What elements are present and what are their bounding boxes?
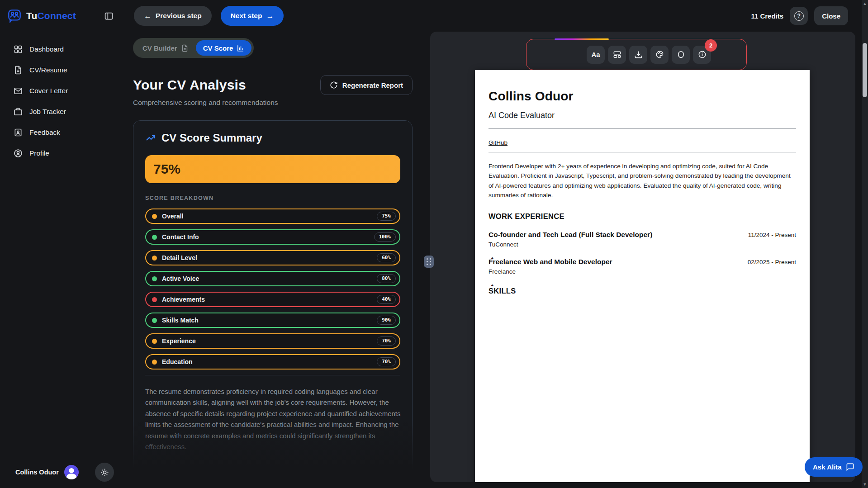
tab-cv-score[interactable]: CV Score [196,40,252,56]
sidebar-item-label: Job Tracker [29,108,66,116]
resume-role: AI Code Evaluator [489,111,796,120]
scroll-up-icon[interactable]: ▲ [862,1,868,6]
overall-score-value: 75% [145,161,180,177]
document-toolbar: Aa [526,39,747,70]
score-badge: 70% [377,357,396,366]
download-button[interactable] [629,46,647,64]
score-dot-icon [152,235,157,240]
score-dot-icon [152,214,157,219]
ask-alita-button[interactable]: Ask Alita [805,457,863,477]
score-label: Experience [162,337,196,345]
bar-chart-icon [237,44,244,52]
job-list: Co-founder and Tech Lead (Full Stack Dev… [489,231,796,275]
score-row: Active Voice 80% [145,271,400,286]
sidebar-item-dashboard[interactable]: Dashboard [0,39,119,60]
theme-toggle-button[interactable] [95,463,114,482]
help-button[interactable]: ? [790,7,808,25]
analysis-panel: CV Builder CV Score Your C [119,32,427,488]
sidebar-collapse-button[interactable] [104,11,114,21]
next-step-button[interactable]: Next step → [221,6,284,26]
analysis-summary-text: The resume demonstrates proficiency in r… [145,386,405,453]
user-icon [14,149,23,158]
shape-border-button[interactable] [672,46,690,64]
help-icon: ? [794,11,804,21]
score-row: Overall 75% [145,208,400,224]
score-dot-icon [152,297,157,302]
document-icon [181,44,189,52]
scrollbar-thumb[interactable] [863,43,867,97]
score-row: Skills Match 90% [145,313,400,328]
info-button[interactable]: 2 [693,46,711,64]
score-label: Active Voice [162,275,199,282]
sidebar-item-label: Cover Letter [29,87,68,95]
score-badge: 80% [377,274,396,283]
palette-icon [655,50,664,59]
avatar[interactable] [64,465,79,479]
resume-name: Collins Oduor [489,89,796,104]
score-row: Experience 70% [145,333,400,349]
toolbar-gradient-accent [555,38,609,40]
score-dot-icon [152,276,157,281]
resume-divider [489,152,796,152]
job-entry: Freelance Web and Mobile Developer 02/20… [489,258,796,275]
previous-step-button[interactable]: ← Previous step [134,6,212,26]
score-label: Contact Info [162,233,199,241]
score-badge: 90% [377,316,396,325]
scroll-down-icon[interactable]: ▼ [862,482,868,487]
mail-icon [14,86,23,95]
card-divider [145,375,400,375]
close-button[interactable]: Close [814,6,848,25]
resume-divider [489,128,796,129]
sidebar-item-cv-resume[interactable]: CV/Resume [0,60,119,81]
color-theme-button[interactable] [650,46,669,64]
score-badge: 100% [374,232,396,242]
briefcase-icon [14,107,23,116]
overall-score-bar: 75% [145,155,400,183]
arrow-left-icon: ← [144,12,152,20]
sidebar-item-label: Feedback [29,128,60,137]
font-settings-button[interactable]: Aa [587,46,605,64]
refresh-icon [330,81,338,89]
score-label: Education [162,358,193,365]
job-date: 02/2025 - Present [748,259,796,265]
sidebar-item-feedback[interactable]: Feedback [0,122,119,143]
font-icon: Aa [591,51,600,58]
job-date: 11/2024 - Present [748,232,796,238]
sidebar-item-job-tracker[interactable]: Job Tracker [0,101,119,122]
score-label: Overall [162,213,183,220]
arrow-right-icon: → [266,12,274,20]
download-icon [634,50,643,59]
panel-collapse-icon [104,11,114,21]
logo: TuConnect [0,9,119,23]
cv-tabs: CV Builder CV Score [133,38,254,58]
sun-icon [100,468,109,477]
tab-cv-builder[interactable]: CV Builder [135,40,196,56]
sidebar-item-cover-letter[interactable]: Cover Letter [0,81,119,101]
score-dot-icon [152,256,157,261]
score-row: Detail Level 60% [145,250,400,265]
top-bar: TuConnect ← Previous step Next step → 11… [0,0,868,32]
panel-resize-handle[interactable] [424,256,434,268]
github-link[interactable]: GitHub [489,139,508,146]
topbar-right: 11 Credits ? Close [751,6,848,25]
score-row: Achievements 40% [145,292,400,307]
trending-up-icon [145,133,156,143]
sidebar-item-profile[interactable]: Profile [0,143,119,164]
chat-bubble-icon [846,463,854,471]
sidebar-item-label: Profile [29,149,49,157]
dashboard-icon [14,45,23,54]
regenerate-report-button[interactable]: Regenerate Report [320,75,413,95]
template-layout-button[interactable] [608,46,626,64]
score-badge: 70% [377,336,396,346]
card-title: CV Score Summary [161,132,262,144]
page-title: Your CV Analysis [133,77,246,93]
notification-badge: 2 [705,39,717,52]
job-company: TuConnect [489,241,796,248]
score-dot-icon [152,339,157,344]
window-scrollbar[interactable]: ▲ ▼ [862,0,868,488]
user-name: Collins Oduor [15,469,59,476]
score-badge: 40% [377,295,396,304]
score-label: Achievements [162,296,205,303]
job-title: Co-founder and Tech Lead (Full Stack Dev… [489,231,652,239]
score-label: Detail Level [162,254,197,261]
